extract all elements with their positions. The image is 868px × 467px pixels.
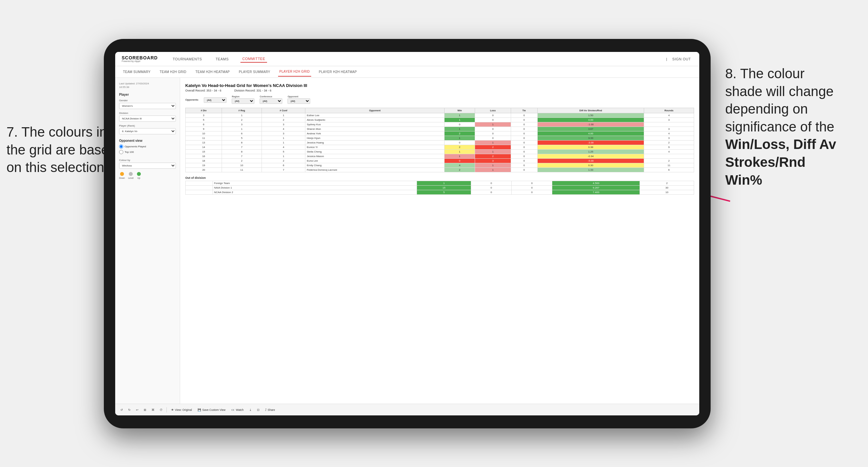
cell-rounds: 3 (644, 136, 694, 141)
cell-rounds (644, 122, 694, 127)
cell-tie: 0 (511, 150, 537, 154)
ood-cell-rounds: 30 (640, 186, 694, 190)
cell-reg: 11 (222, 168, 262, 172)
ood-cell-diff: 9.267 (552, 186, 640, 190)
cell-conf: 3 (261, 122, 305, 127)
cell-loss: 2 (475, 154, 511, 159)
cell-rounds: 2 (644, 141, 694, 145)
cell-loss: 1 (475, 163, 511, 168)
cell-loss: 0 (475, 118, 511, 122)
opponent-view-title: Opponent view (119, 139, 176, 143)
fullscreen-btn[interactable]: ⊡ (256, 408, 261, 412)
cell-diff: 0.38 (537, 145, 644, 150)
grid-title: Katelyn Vo Head-to-Head Grid for Women's… (185, 83, 694, 88)
cell-rounds: 6 (644, 168, 694, 172)
radio-opponents-played-input[interactable] (119, 145, 123, 149)
division-select[interactable]: NCAA Division III (119, 116, 176, 122)
cell-loss: 3 (475, 159, 511, 163)
sub-nav-player-h2h-heatmap[interactable]: PLAYER H2H HEATMAP (318, 67, 358, 76)
table-row: 11 5 1 Heejo Hyun 1 0 0 3.33 3 (186, 136, 694, 141)
ood-table: Foreign Team 1 0 0 4.500 2 NAIA Division… (185, 181, 694, 195)
cell-opponent: Emily Chang (305, 163, 444, 168)
cell-conf: 1 (261, 113, 305, 118)
logo-text: SCOREBOARD (122, 56, 158, 60)
undo-btn[interactable]: ↺ (119, 408, 124, 412)
cell-reg: 8 (222, 150, 262, 154)
top-nav: SCOREBOARD Powered by clippd TOURNAMENTS… (115, 52, 699, 66)
nav-committee[interactable]: COMMITTEE (241, 56, 268, 63)
radio-opponents-played[interactable]: Opponents Played (119, 145, 176, 149)
watch-btn[interactable]: 👀 Watch (230, 408, 245, 412)
ood-cell-loss: 0 (471, 181, 512, 186)
cell-div: 18 (186, 159, 222, 163)
cell-win: 2 (444, 168, 475, 172)
share-btn[interactable]: ⤴ Share (264, 408, 277, 412)
nav-tournaments[interactable]: TOURNAMENTS (171, 56, 204, 62)
save-custom-btn[interactable]: 💾 Save Custom View (196, 408, 227, 412)
cell-conf: 1 (261, 154, 305, 159)
cell-rounds: 4 (644, 150, 694, 154)
cell-win: 2 (444, 131, 475, 136)
logo-sub: Powered by clippd (122, 60, 158, 62)
cell-reg: 2 (222, 118, 262, 122)
ood-cell-label: NCAA Division 2 (213, 190, 417, 195)
cell-reg: 7 (222, 154, 262, 159)
sub-nav-team-h2h-heatmap[interactable]: TEAM H2H HEATMAP (194, 67, 231, 76)
copy-btn[interactable]: ⌘ (150, 408, 156, 412)
table-row: 13 8 1 Jessica Huang 0 1 0 -3.00 2 (186, 141, 694, 145)
player-rank-select[interactable]: 8. Katelyn Vo (119, 128, 176, 134)
nav-teams[interactable]: TEAMS (214, 56, 230, 62)
last-updated: Last Updated: 27/03/2024 16:55:38 (119, 82, 176, 89)
region-select[interactable]: (All) (232, 98, 254, 104)
view-original-btn[interactable]: 👁 View: Original (169, 408, 193, 412)
sign-out-button[interactable]: Sign out (671, 56, 693, 62)
cell-reg: 1 (222, 113, 262, 118)
conference-select[interactable]: (All) (259, 98, 282, 104)
sub-nav-player-summary[interactable]: PLAYER SUMMARY (238, 67, 272, 76)
tablet-screen: SCOREBOARD Powered by clippd TOURNAMENTS… (115, 52, 699, 415)
eye-icon: 👁 (171, 408, 174, 411)
opponent-select[interactable]: (All) (287, 98, 310, 104)
clock-btn[interactable]: ⏱ (158, 408, 164, 412)
ood-table-row: NAIA Division 1 15 0 0 9.267 30 (186, 186, 694, 190)
cell-rounds: 3 (644, 127, 694, 131)
right-content: Katelyn Vo Head-to-Head Grid for Women's… (180, 78, 699, 404)
cell-conf: 3 (261, 131, 305, 136)
ood-cell-win: 5 (417, 190, 471, 195)
radio-top100[interactable]: Top 100 (119, 150, 176, 154)
sub-nav-team-summary[interactable]: TEAM SUMMARY (122, 67, 152, 76)
sub-nav-player-h2h-grid[interactable]: PLAYER H2H GRID (278, 67, 311, 76)
cell-reg: 8 (222, 141, 262, 145)
legend: Down Level Up (119, 172, 176, 179)
back-btn[interactable]: ↩ (135, 408, 140, 412)
radio-top100-input[interactable] (119, 150, 123, 154)
cell-diff: 1.33 (537, 168, 644, 172)
colour-by-select[interactable]: Win/loss (119, 163, 176, 169)
colour-by-label: Colour by (119, 159, 176, 162)
cell-div: 19 (186, 163, 222, 168)
legend-up: Up (137, 172, 141, 179)
table-row: 3 1 1 Esther Lee 1 0 0 1.50 4 (186, 113, 694, 118)
nav-separator: | (666, 57, 667, 61)
forward-btn[interactable]: ⊞ (143, 408, 148, 412)
gender-select[interactable]: Women's (119, 103, 176, 109)
cell-conf: 6 (261, 163, 305, 168)
ood-cell-win: 1 (417, 181, 471, 186)
cell-diff: -3.00 (537, 141, 644, 145)
export-btn[interactable]: ⤓ (248, 408, 253, 412)
cell-div: 15 (186, 150, 222, 154)
cell-tie: 0 (511, 113, 537, 118)
redo-btn[interactable]: ↻ (127, 408, 132, 412)
cell-opponent: Andrea York (305, 131, 444, 136)
cell-conf: 1 (261, 141, 305, 145)
sub-nav-team-h2h-grid[interactable]: TEAM H2H GRID (158, 67, 188, 76)
cell-opponent: Euna Lee (305, 159, 444, 163)
opponents-select[interactable]: (All) (204, 97, 226, 103)
nav-right: | Sign out (666, 56, 693, 62)
col-header-win: Win (444, 108, 475, 113)
table-row: 14 7 4 Eunice Yi 2 2 0 0.38 9 (186, 145, 694, 150)
cell-rounds: 3 (644, 118, 694, 122)
cell-tie: 0 (511, 154, 537, 159)
cell-win: 1 (444, 154, 475, 159)
cell-opponent: Federica Domecq Lacroze (305, 168, 444, 172)
